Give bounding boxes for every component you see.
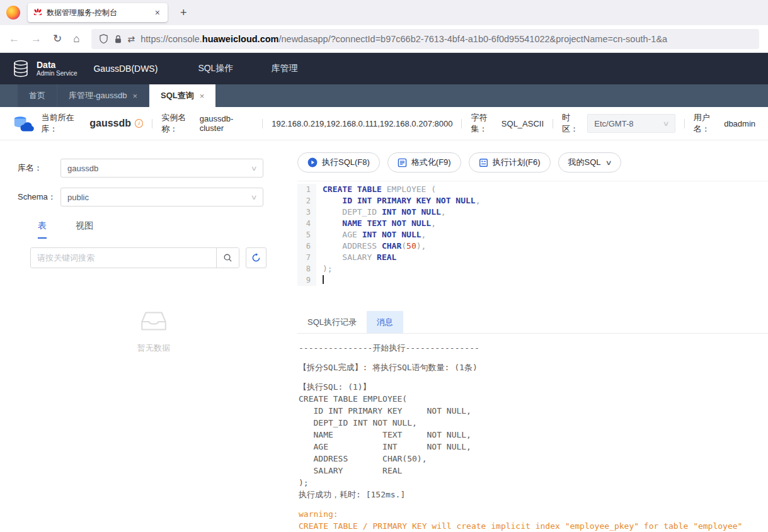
- browser-tab-strip: 数据管理服务-控制台 × +: [0, 0, 768, 25]
- sql-editor-lines: 1CREATE TABLE EMPLOYEE (2 ID INT PRIMARY…: [297, 184, 768, 286]
- tab-sql-history[interactable]: SQL执行记录: [297, 311, 367, 333]
- header-nav: SQL操作 库管理: [194, 63, 301, 74]
- message-line: [299, 501, 767, 508]
- schema-label: Schema：: [18, 191, 60, 203]
- message-line: CREATE TABLE EMPLOYEE(: [299, 393, 767, 405]
- nav-db-management[interactable]: 库管理: [267, 63, 301, 74]
- editor-line[interactable]: 8);: [297, 263, 768, 274]
- message-line: AGE INT NOT NULL,: [299, 441, 767, 453]
- divider: [152, 119, 152, 128]
- chevron-down-icon: ∨: [605, 159, 612, 167]
- search-row: [30, 247, 290, 268]
- forward-icon[interactable]: →: [31, 33, 42, 45]
- tab-home-label: 首页: [29, 90, 45, 101]
- line-number: 9: [297, 274, 316, 286]
- line-number: 4: [297, 218, 316, 229]
- timezone-value: Etc/GMT-8: [594, 119, 633, 128]
- format-button[interactable]: 格式化(F9): [387, 152, 461, 173]
- editor-line[interactable]: 4 NAME TEXT NOT NULL,: [297, 218, 768, 229]
- message-line: ADDRESS CHAR(50),: [299, 453, 767, 465]
- execution-plan-button[interactable]: 执行计划(F6): [469, 152, 551, 173]
- tab-tables[interactable]: 表: [38, 220, 47, 239]
- divider: [684, 119, 685, 128]
- message-line: DEPT_ID INT NOT NULL,: [299, 417, 767, 429]
- format-icon: [398, 158, 407, 167]
- timezone-select[interactable]: Etc/GMT-8 ∨: [587, 114, 675, 133]
- results-tab-bar: SQL执行记录 消息: [297, 311, 768, 334]
- format-label: 格式化(F9): [411, 157, 451, 168]
- tab-messages[interactable]: 消息: [367, 311, 403, 333]
- editor-line[interactable]: 6 ADDRESS CHAR(50),: [297, 241, 768, 252]
- connection-switch-icon[interactable]: ⇄: [128, 34, 135, 44]
- tab-close-icon[interactable]: ×: [132, 91, 137, 101]
- product-name: GaussDB(DWS): [93, 64, 158, 74]
- lock-icon: [114, 35, 122, 43]
- search-input[interactable]: [31, 248, 216, 268]
- message-line: [299, 354, 767, 361]
- main-content: 库名： gaussdb ∨ Schema： public ∨ 表 视图: [0, 140, 768, 532]
- app-logo-line1: Data: [37, 60, 77, 70]
- browser-tab[interactable]: 数据管理服务-控制台 ×: [28, 3, 168, 22]
- sql-editor[interactable]: 1CREATE TABLE EMPLOYEE (2 ID INT PRIMARY…: [297, 181, 768, 307]
- new-tab-button[interactable]: +: [175, 5, 192, 21]
- line-number: 7: [297, 252, 316, 263]
- line-number: 5: [297, 229, 316, 241]
- tab-close-icon[interactable]: ×: [200, 91, 205, 101]
- message-line: );: [299, 477, 767, 489]
- schema-value: public: [67, 193, 89, 202]
- nav-sql-operations[interactable]: SQL操作: [194, 63, 237, 74]
- app-logo-line2: Admin Service: [37, 70, 77, 77]
- line-number: 3: [297, 207, 316, 218]
- editor-line[interactable]: 9: [297, 274, 768, 286]
- current-db-value: gaussdb: [89, 118, 131, 129]
- db-name-select[interactable]: gaussdb ∨: [60, 159, 263, 178]
- back-icon[interactable]: ←: [9, 33, 20, 45]
- tab-close-icon[interactable]: ×: [153, 8, 162, 18]
- app-logo-text: Data Admin Service: [37, 60, 77, 77]
- editor-line[interactable]: 3 DEPT_ID INT NOT NULL,: [297, 207, 768, 218]
- chevron-down-icon: ∨: [250, 164, 257, 173]
- message-line: ---------------开始执行---------------: [299, 342, 767, 354]
- chevron-down-icon: ∨: [662, 120, 669, 128]
- url-bar[interactable]: ⇄ https://console.huaweicloud.com/newdas…: [91, 29, 759, 49]
- browser-toolbar: ← → ↻ ⌂ ⇄ https://console.huaweicloud.co…: [0, 25, 768, 53]
- refresh-icon: [251, 253, 261, 263]
- info-icon[interactable]: i: [135, 119, 143, 128]
- message-warning-line: CREATE TABLE / PRIMARY KEY will create i…: [299, 520, 767, 532]
- cloud-database-icon: [13, 114, 34, 133]
- divider: [262, 119, 263, 128]
- refresh-button[interactable]: [246, 247, 267, 268]
- divider: [461, 119, 462, 128]
- chevron-down-icon: ∨: [250, 193, 257, 201]
- timezone-label: 时区：: [562, 112, 585, 135]
- plan-icon: [479, 158, 488, 167]
- tab-db-management-gaussdb[interactable]: 库管理-gaussdb ×: [57, 84, 149, 107]
- editor-line[interactable]: 1CREATE TABLE EMPLOYEE (: [297, 184, 768, 195]
- editor-line[interactable]: 2 ID INT PRIMARY KEY NOT NULL,: [297, 195, 768, 207]
- db-name-label: 库名：: [18, 162, 60, 174]
- my-sql-button[interactable]: 我的SQL ∨: [558, 152, 621, 173]
- editor-line[interactable]: 5 AGE INT NOT NULL,: [297, 229, 768, 241]
- tab-db-management-label: 库管理-gaussdb: [69, 90, 127, 101]
- tab-views[interactable]: 视图: [76, 220, 93, 239]
- message-warning-line: warning:: [299, 508, 767, 520]
- current-db-label: 当前所在库：: [42, 112, 88, 135]
- search-button[interactable]: [216, 248, 239, 268]
- database-logo-icon: [11, 59, 30, 78]
- home-icon[interactable]: ⌂: [73, 33, 79, 45]
- my-sql-label: 我的SQL: [568, 157, 601, 168]
- line-number: 1: [297, 184, 316, 195]
- schema-select[interactable]: public ∨: [60, 188, 263, 207]
- reload-icon[interactable]: ↻: [53, 32, 62, 45]
- firefox-icon[interactable]: [6, 6, 20, 20]
- browser-tab-title: 数据管理服务-控制台: [47, 8, 153, 18]
- tab-home[interactable]: 首页: [18, 84, 57, 107]
- editor-line[interactable]: 7 SALARY REAL: [297, 252, 768, 263]
- messages: ---------------开始执行---------------【拆分SQL…: [297, 334, 768, 532]
- message-line: 执行成功，耗时: [152ms.]: [299, 489, 767, 501]
- my-sql-plan-label: 执行计划(F6): [493, 157, 541, 168]
- sql-toolbar: 执行SQL(F8) 格式化(F9) 执行计划(F6) 我的SQL ∨: [297, 152, 768, 173]
- line-number: 2: [297, 195, 316, 207]
- tab-sql-query[interactable]: SQL查询 ×: [149, 84, 215, 107]
- execute-sql-button[interactable]: 执行SQL(F8): [297, 152, 380, 173]
